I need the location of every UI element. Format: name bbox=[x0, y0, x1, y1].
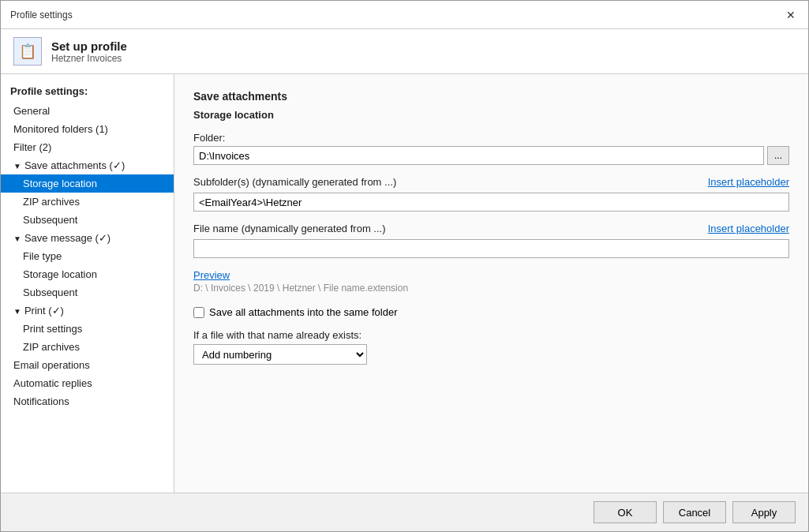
sidebar-item-general[interactable]: General bbox=[1, 102, 174, 120]
sidebar-item-print-settings[interactable]: Print settings bbox=[1, 320, 174, 338]
subsection-title: Storage location bbox=[193, 109, 789, 121]
sidebar-item-monitored-folders[interactable]: Monitored folders (1) bbox=[1, 120, 174, 138]
expand-icon-save-attachments: ▼ bbox=[13, 162, 21, 170]
exists-label: If a file with that name already exists: bbox=[193, 329, 789, 341]
dialog: Profile settings ✕ 📋 Set up profile Hetz… bbox=[0, 0, 809, 532]
filename-label: File name (dynamically generated from ..… bbox=[193, 223, 385, 234]
content-area: Save attachments Storage location Folder… bbox=[174, 74, 808, 493]
title-bar: Profile settings ✕ bbox=[1, 1, 808, 29]
sidebar-item-file-type[interactable]: File type bbox=[1, 247, 174, 265]
folder-row: ... bbox=[193, 146, 789, 165]
sidebar-item-storage-location-2[interactable]: Storage location bbox=[1, 265, 174, 283]
sidebar-item-storage-location[interactable]: Storage location bbox=[1, 174, 174, 193]
subfolder-link-row: Subfolder(s) (dynamically generated from… bbox=[193, 176, 789, 188]
sidebar-item-print[interactable]: ▼Print (✓) bbox=[1, 302, 174, 320]
sidebar-item-zip-archives-2[interactable]: ZIP archives bbox=[1, 338, 174, 356]
folder-input[interactable] bbox=[193, 146, 764, 165]
same-folder-label: Save all attachments into the same folde… bbox=[209, 306, 397, 318]
sidebar-item-notifications[interactable]: Notifications bbox=[1, 392, 174, 410]
same-folder-checkbox-row: Save all attachments into the same folde… bbox=[193, 306, 789, 318]
folder-group: Folder: ... bbox=[193, 132, 789, 165]
apply-button[interactable]: Apply bbox=[732, 501, 796, 523]
sidebar-item-automatic-replies[interactable]: Automatic replies bbox=[1, 374, 174, 392]
sidebar-item-save-attachments[interactable]: ▼Save attachments (✓) bbox=[1, 156, 174, 174]
sidebar-item-subsequent[interactable]: Subsequent bbox=[1, 211, 174, 229]
insert-placeholder-filename-button[interactable]: Insert placeholder bbox=[708, 223, 789, 234]
sidebar-item-filter[interactable]: Filter (2) bbox=[1, 138, 174, 156]
header-subtitle: Hetzner Invoices bbox=[51, 53, 127, 64]
same-folder-checkbox[interactable] bbox=[193, 307, 204, 318]
exists-dropdown[interactable]: Add numbering Overwrite Skip bbox=[193, 344, 367, 365]
filename-input[interactable] bbox=[193, 239, 789, 258]
profile-icon-glyph: 📋 bbox=[19, 43, 36, 60]
subfolder-label: Subfolder(s) (dynamically generated from… bbox=[193, 176, 396, 188]
cancel-button[interactable]: Cancel bbox=[663, 501, 726, 523]
preview-text: D: \ Invoices \ 2019 \ Hetzner \ File na… bbox=[193, 283, 789, 294]
footer: OK Cancel Apply bbox=[1, 493, 808, 531]
preview-link[interactable]: Preview bbox=[193, 269, 230, 281]
preview-section: Preview D: \ Invoices \ 2019 \ Hetzner \… bbox=[193, 269, 789, 294]
sidebar-item-subsequent-2[interactable]: Subsequent bbox=[1, 283, 174, 302]
close-button[interactable]: ✕ bbox=[783, 7, 799, 23]
sidebar-item-email-operations[interactable]: Email operations bbox=[1, 356, 174, 374]
filename-link-row: File name (dynamically generated from ..… bbox=[193, 223, 789, 234]
sidebar-title: Profile settings: bbox=[1, 81, 174, 102]
sidebar-item-zip-archives[interactable]: ZIP archives bbox=[1, 193, 174, 211]
header-texts: Set up profile Hetzner Invoices bbox=[51, 39, 127, 64]
insert-placeholder-subfolder-button[interactable]: Insert placeholder bbox=[708, 176, 789, 188]
sidebar-item-save-message[interactable]: ▼Save message (✓) bbox=[1, 229, 174, 247]
header-section: 📋 Set up profile Hetzner Invoices bbox=[1, 29, 808, 74]
sidebar-items: GeneralMonitored folders (1)Filter (2)▼S… bbox=[1, 102, 174, 410]
expand-icon-print: ▼ bbox=[13, 307, 21, 316]
profile-icon: 📋 bbox=[13, 37, 42, 66]
subfolder-input[interactable] bbox=[193, 193, 789, 212]
header-title: Set up profile bbox=[51, 39, 127, 53]
section-title: Save attachments bbox=[193, 90, 789, 103]
dialog-title: Profile settings bbox=[10, 9, 73, 21]
folder-label: Folder: bbox=[193, 132, 789, 144]
ok-button[interactable]: OK bbox=[594, 501, 657, 523]
exists-dropdown-group: If a file with that name already exists:… bbox=[193, 329, 789, 365]
subfolder-group: Subfolder(s) (dynamically generated from… bbox=[193, 176, 789, 212]
main-content: Profile settings: GeneralMonitored folde… bbox=[1, 74, 808, 493]
sidebar: Profile settings: GeneralMonitored folde… bbox=[1, 74, 174, 493]
browse-button[interactable]: ... bbox=[767, 146, 789, 165]
expand-icon-save-message: ▼ bbox=[13, 234, 21, 243]
filename-group: File name (dynamically generated from ..… bbox=[193, 223, 789, 258]
